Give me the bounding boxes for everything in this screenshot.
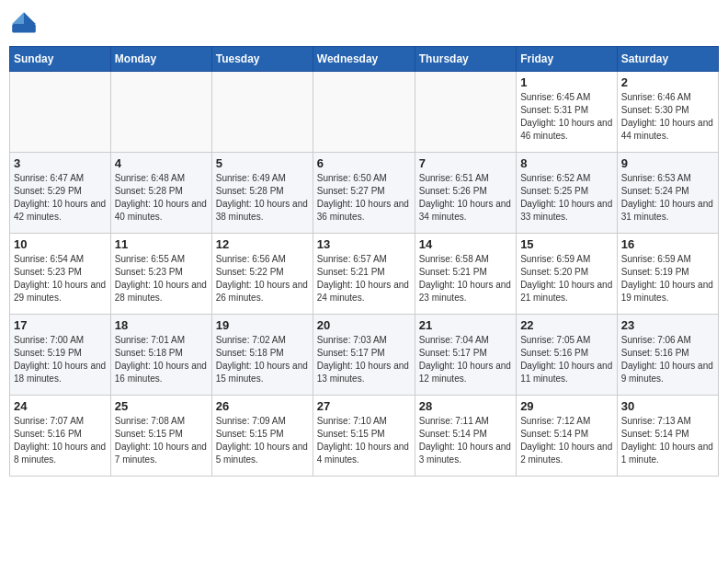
day-number: 6 [317, 156, 411, 170]
day-cell-10: 10Sunrise: 6:54 AMSunset: 5:23 PMDayligh… [10, 234, 111, 315]
day-number: 3 [14, 156, 107, 170]
day-header-tuesday: Tuesday [211, 47, 313, 72]
day-cell-29: 29Sunrise: 7:12 AMSunset: 5:14 PMDayligh… [517, 396, 618, 477]
day-number: 20 [317, 318, 411, 332]
calendar-body: 1Sunrise: 6:45 AMSunset: 5:31 PMDaylight… [10, 72, 719, 477]
day-info: Sunrise: 6:49 AMSunset: 5:28 PMDaylight:… [216, 172, 309, 224]
logo-icon [9, 9, 39, 39]
day-header-saturday: Saturday [617, 47, 718, 72]
day-cell-8: 8Sunrise: 6:52 AMSunset: 5:25 PMDaylight… [517, 153, 618, 234]
day-header-monday: Monday [110, 47, 211, 72]
day-info: Sunrise: 6:45 AMSunset: 5:31 PMDaylight:… [520, 91, 613, 143]
day-cell-15: 15Sunrise: 6:59 AMSunset: 5:20 PMDayligh… [517, 234, 618, 315]
day-number: 27 [317, 399, 411, 413]
day-number: 22 [520, 318, 613, 332]
day-cell-17: 17Sunrise: 7:00 AMSunset: 5:19 PMDayligh… [10, 315, 111, 396]
empty-cell [110, 72, 211, 153]
day-number: 24 [14, 399, 107, 413]
day-number: 1 [520, 75, 613, 89]
day-number: 18 [115, 318, 208, 332]
day-number: 10 [14, 237, 107, 251]
day-cell-28: 28Sunrise: 7:11 AMSunset: 5:14 PMDayligh… [415, 396, 516, 477]
day-cell-14: 14Sunrise: 6:58 AMSunset: 5:21 PMDayligh… [415, 234, 516, 315]
day-number: 15 [520, 237, 613, 251]
day-cell-19: 19Sunrise: 7:02 AMSunset: 5:18 PMDayligh… [211, 315, 313, 396]
day-info: Sunrise: 6:53 AMSunset: 5:24 PMDaylight:… [621, 172, 714, 224]
day-info: Sunrise: 7:13 AMSunset: 5:14 PMDaylight:… [621, 415, 714, 466]
day-info: Sunrise: 6:57 AMSunset: 5:21 PMDaylight:… [317, 253, 411, 304]
day-cell-21: 21Sunrise: 7:04 AMSunset: 5:17 PMDayligh… [415, 315, 516, 396]
day-cell-4: 4Sunrise: 6:48 AMSunset: 5:28 PMDaylight… [110, 153, 211, 234]
day-cell-23: 23Sunrise: 7:06 AMSunset: 5:16 PMDayligh… [617, 315, 718, 396]
empty-cell [10, 72, 111, 153]
day-number: 9 [621, 156, 714, 170]
day-number: 13 [317, 237, 411, 251]
day-header-sunday: Sunday [10, 47, 111, 72]
day-number: 29 [520, 399, 613, 413]
day-info: Sunrise: 7:10 AMSunset: 5:15 PMDaylight:… [317, 415, 411, 466]
svg-marker-0 [24, 12, 36, 24]
day-number: 7 [419, 156, 512, 170]
day-info: Sunrise: 6:50 AMSunset: 5:27 PMDaylight:… [317, 172, 411, 224]
day-info: Sunrise: 7:11 AMSunset: 5:14 PMDaylight:… [419, 415, 512, 466]
day-number: 4 [115, 156, 208, 170]
day-number: 14 [419, 237, 512, 251]
day-cell-20: 20Sunrise: 7:03 AMSunset: 5:17 PMDayligh… [313, 315, 415, 396]
day-info: Sunrise: 6:46 AMSunset: 5:30 PMDaylight:… [621, 91, 714, 143]
week-row-1: 1Sunrise: 6:45 AMSunset: 5:31 PMDaylight… [10, 72, 719, 153]
day-info: Sunrise: 6:48 AMSunset: 5:28 PMDaylight:… [115, 172, 208, 224]
day-info: Sunrise: 6:47 AMSunset: 5:29 PMDaylight:… [14, 172, 107, 224]
day-number: 2 [621, 75, 714, 89]
calendar-table: SundayMondayTuesdayWednesdayThursdayFrid… [9, 46, 719, 477]
day-cell-27: 27Sunrise: 7:10 AMSunset: 5:15 PMDayligh… [313, 396, 415, 477]
day-info: Sunrise: 6:59 AMSunset: 5:20 PMDaylight:… [520, 253, 613, 304]
day-info: Sunrise: 6:54 AMSunset: 5:23 PMDaylight:… [14, 253, 107, 304]
day-info: Sunrise: 6:55 AMSunset: 5:23 PMDaylight:… [115, 253, 208, 304]
day-cell-25: 25Sunrise: 7:08 AMSunset: 5:15 PMDayligh… [110, 396, 211, 477]
empty-cell [211, 72, 313, 153]
day-cell-18: 18Sunrise: 7:01 AMSunset: 5:18 PMDayligh… [110, 315, 211, 396]
day-number: 17 [14, 318, 107, 332]
day-cell-26: 26Sunrise: 7:09 AMSunset: 5:15 PMDayligh… [211, 396, 313, 477]
empty-cell [415, 72, 516, 153]
day-info: Sunrise: 7:08 AMSunset: 5:15 PMDaylight:… [115, 415, 208, 466]
day-info: Sunrise: 6:58 AMSunset: 5:21 PMDaylight:… [419, 253, 512, 304]
day-info: Sunrise: 6:51 AMSunset: 5:26 PMDaylight:… [419, 172, 512, 224]
day-info: Sunrise: 7:07 AMSunset: 5:16 PMDaylight:… [14, 415, 107, 466]
day-info: Sunrise: 6:56 AMSunset: 5:22 PMDaylight:… [216, 253, 309, 304]
day-cell-22: 22Sunrise: 7:05 AMSunset: 5:16 PMDayligh… [517, 315, 618, 396]
day-number: 26 [216, 399, 309, 413]
day-number: 8 [520, 156, 613, 170]
day-info: Sunrise: 7:02 AMSunset: 5:18 PMDaylight:… [216, 334, 309, 385]
week-row-5: 24Sunrise: 7:07 AMSunset: 5:16 PMDayligh… [10, 396, 719, 477]
day-header-thursday: Thursday [415, 47, 516, 72]
day-info: Sunrise: 7:05 AMSunset: 5:16 PMDaylight:… [520, 334, 613, 385]
day-cell-13: 13Sunrise: 6:57 AMSunset: 5:21 PMDayligh… [313, 234, 415, 315]
empty-cell [313, 72, 415, 153]
day-info: Sunrise: 7:06 AMSunset: 5:16 PMDaylight:… [621, 334, 714, 385]
day-number: 28 [419, 399, 512, 413]
day-info: Sunrise: 7:12 AMSunset: 5:14 PMDaylight:… [520, 415, 613, 466]
day-number: 30 [621, 399, 714, 413]
day-cell-1: 1Sunrise: 6:45 AMSunset: 5:31 PMDaylight… [517, 72, 618, 153]
day-info: Sunrise: 7:04 AMSunset: 5:17 PMDaylight:… [419, 334, 512, 385]
day-cell-30: 30Sunrise: 7:13 AMSunset: 5:14 PMDayligh… [617, 396, 718, 477]
header [9, 9, 719, 39]
day-number: 11 [115, 237, 208, 251]
day-number: 16 [621, 237, 714, 251]
day-info: Sunrise: 7:03 AMSunset: 5:17 PMDaylight:… [317, 334, 411, 385]
day-cell-2: 2Sunrise: 6:46 AMSunset: 5:30 PMDaylight… [617, 72, 718, 153]
day-number: 25 [115, 399, 208, 413]
day-cell-16: 16Sunrise: 6:59 AMSunset: 5:19 PMDayligh… [617, 234, 718, 315]
day-info: Sunrise: 7:01 AMSunset: 5:18 PMDaylight:… [115, 334, 208, 385]
svg-rect-2 [12, 24, 36, 33]
week-row-2: 3Sunrise: 6:47 AMSunset: 5:29 PMDaylight… [10, 153, 719, 234]
week-row-4: 17Sunrise: 7:00 AMSunset: 5:19 PMDayligh… [10, 315, 719, 396]
svg-marker-1 [12, 12, 24, 24]
week-row-3: 10Sunrise: 6:54 AMSunset: 5:23 PMDayligh… [10, 234, 719, 315]
day-header-wednesday: Wednesday [313, 47, 415, 72]
day-number: 19 [216, 318, 309, 332]
day-cell-6: 6Sunrise: 6:50 AMSunset: 5:27 PMDaylight… [313, 153, 415, 234]
day-cell-12: 12Sunrise: 6:56 AMSunset: 5:22 PMDayligh… [211, 234, 313, 315]
day-cell-24: 24Sunrise: 7:07 AMSunset: 5:16 PMDayligh… [10, 396, 111, 477]
